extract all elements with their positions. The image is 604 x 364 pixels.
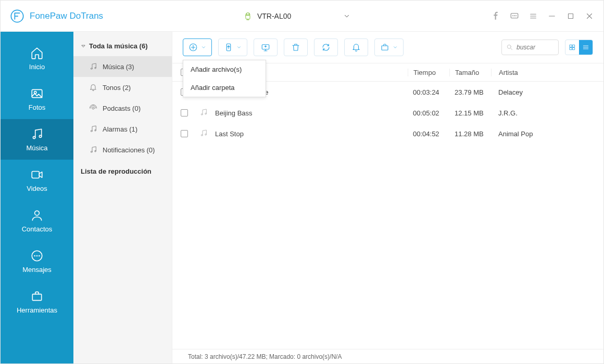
chevron-down-icon: [236, 45, 242, 50]
svg-point-1: [246, 14, 247, 14]
svg-rect-42: [570, 45, 572, 47]
maximize-button[interactable]: [566, 11, 575, 21]
bell-icon: [351, 43, 361, 52]
music-note-icon: [89, 62, 97, 71]
search-input[interactable]: [517, 44, 553, 51]
col-time[interactable]: Tiempo: [408, 69, 449, 76]
svg-point-28: [91, 131, 92, 132]
refresh-button[interactable]: [314, 38, 338, 56]
nav-inicio[interactable]: Inicio: [1, 38, 73, 79]
toolbox-icon: [380, 43, 389, 52]
svg-rect-45: [573, 48, 575, 50]
nav-fotos[interactable]: Fotos: [1, 79, 73, 119]
photo-icon: [30, 87, 44, 100]
svg-point-4: [513, 15, 513, 16]
app-title: FonePaw DoTrans: [30, 11, 103, 21]
svg-point-2: [248, 14, 249, 14]
svg-line-41: [511, 48, 512, 50]
nav-mensajes[interactable]: Mensajes: [1, 241, 73, 281]
svg-rect-24: [32, 294, 41, 300]
col-size[interactable]: Tamaño: [449, 69, 491, 76]
nav-musica[interactable]: Música: [1, 119, 73, 160]
svg-point-30: [91, 151, 92, 153]
nav-label: Herramientas: [17, 306, 57, 314]
nav-contactos[interactable]: Contactos: [1, 200, 73, 241]
svg-point-6: [516, 15, 517, 16]
cat-label: Notificaciones (0): [103, 146, 155, 154]
row-checkbox[interactable]: [181, 109, 188, 116]
cat-notificaciones[interactable]: Notificaciones (0): [73, 139, 172, 160]
feedback-icon[interactable]: [510, 11, 519, 21]
svg-rect-44: [570, 48, 572, 50]
ringtone-button[interactable]: [344, 38, 368, 56]
svg-rect-11: [569, 14, 573, 18]
bell-icon: [89, 83, 97, 92]
nav-herramientas[interactable]: Herramientas: [1, 281, 73, 322]
cat-label: Tonos (2): [103, 84, 131, 92]
music-note-icon: [89, 146, 97, 154]
chevron-down-icon: [343, 12, 350, 20]
export-to-device-button[interactable]: [218, 38, 247, 56]
status-text: Total: 3 archivo(s)/47.22 MB; Marcado: 0…: [188, 353, 342, 360]
message-icon: [30, 249, 44, 263]
video-icon: [30, 168, 44, 181]
row-checkbox[interactable]: [181, 130, 188, 137]
device-selector[interactable]: VTR-AL00: [244, 12, 350, 20]
category-header-label: Toda la música (6): [89, 42, 147, 50]
search-box[interactable]: [501, 40, 559, 55]
grid-icon: [569, 44, 576, 51]
col-artist[interactable]: Artista: [491, 69, 595, 76]
nav-label: Fotos: [29, 103, 46, 111]
trash-icon: [291, 43, 300, 52]
list-view-button[interactable]: [579, 40, 593, 55]
grid-view-button[interactable]: [565, 40, 579, 55]
android-icon: [244, 12, 252, 20]
cat-tonos[interactable]: Tonos (2): [73, 77, 172, 98]
table-row[interactable]: Beijing Bass 00:05:02 12.15 MB J.R.G.: [172, 102, 603, 123]
cat-podcasts[interactable]: Podcasts (0): [73, 98, 172, 119]
svg-point-31: [95, 150, 96, 152]
export-to-pc-button[interactable]: [254, 38, 278, 56]
chevron-down-icon: [201, 45, 206, 50]
refresh-icon: [321, 43, 331, 52]
nav-videos[interactable]: Videos: [1, 160, 73, 200]
row-name: Last Stop: [215, 130, 408, 138]
export-device-icon: [224, 43, 233, 52]
podcast-icon: [89, 104, 97, 112]
add-files-item[interactable]: Añadir archivo(s): [183, 60, 266, 79]
category-header[interactable]: Toda la música (6): [73, 39, 172, 56]
contact-icon: [30, 209, 44, 222]
minimize-button[interactable]: [547, 11, 557, 21]
row-time: 00:05:02: [408, 109, 449, 117]
music-icon: [30, 127, 44, 141]
svg-point-23: [39, 255, 40, 256]
svg-rect-43: [573, 45, 575, 47]
nav-label: Mensajes: [22, 266, 52, 274]
cat-alarmas[interactable]: Alarmas (1): [73, 119, 172, 139]
main-panel: Añadir archivo(s) Añadir carpeta Nombre …: [172, 32, 603, 363]
delete-button[interactable]: [284, 38, 308, 56]
menu-icon[interactable]: [528, 11, 538, 21]
export-pc-icon: [261, 43, 270, 52]
close-button[interactable]: [585, 11, 594, 21]
row-size: 23.79 MB: [449, 88, 491, 96]
svg-point-29: [95, 129, 96, 131]
svg-point-16: [33, 136, 35, 138]
row-time: 00:03:24: [408, 88, 449, 96]
nav-label: Música: [26, 144, 47, 152]
row-name: Beijing Bass: [215, 109, 408, 117]
toolbox-button[interactable]: [374, 38, 404, 56]
add-button[interactable]: [183, 38, 212, 56]
cat-musica[interactable]: Música (3): [73, 56, 172, 77]
svg-point-40: [507, 45, 511, 48]
music-note-icon: [199, 129, 208, 137]
facebook-icon[interactable]: [491, 11, 500, 21]
row-artist: Animal Pop: [491, 130, 595, 138]
svg-point-21: [34, 255, 35, 256]
row-artist: J.R.G.: [491, 109, 595, 117]
table-row[interactable]: Last Stop 00:04:52 11.28 MB Animal Pop: [172, 123, 603, 144]
home-icon: [30, 46, 44, 60]
window-actions: [491, 11, 594, 21]
add-folder-item[interactable]: Añadir carpeta: [183, 79, 266, 97]
titlebar: FonePaw DoTrans VTR-AL00: [1, 1, 603, 32]
